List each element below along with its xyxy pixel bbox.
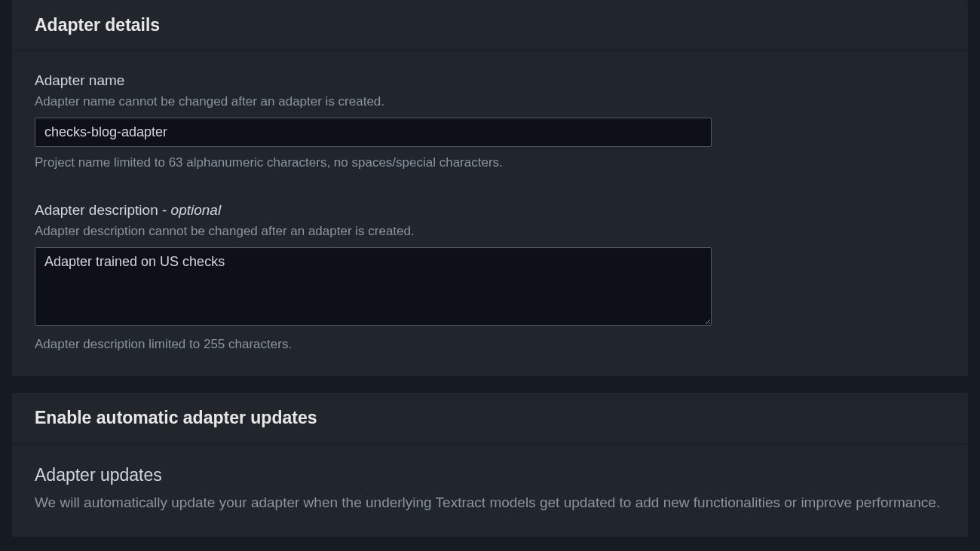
auto-updates-body: Adapter updates We will automatically up… [12,444,968,537]
adapter-updates-body-text: We will automatically update your adapte… [35,491,945,514]
adapter-description-input[interactable]: Adapter trained on US checks [35,247,712,326]
adapter-description-label: Adapter description - optional [35,202,945,219]
adapter-name-hint-bottom: Project name limited to 63 alphanumeric … [35,153,945,173]
auto-updates-header: Enable automatic adapter updates [12,393,968,444]
adapter-details-header: Adapter details [12,0,968,51]
adapter-description-hint-bottom: Adapter description limited to 255 chara… [35,335,945,354]
adapter-updates-subheading: Adapter updates [35,465,945,485]
adapter-name-hint-top: Adapter name cannot be changed after an … [35,92,945,112]
auto-updates-heading: Enable automatic adapter updates [35,408,945,428]
adapter-details-panel: Adapter details Adapter name Adapter nam… [12,0,968,376]
adapter-name-label: Adapter name [35,72,945,89]
adapter-description-optional: optional [171,202,222,218]
adapter-name-input[interactable] [35,118,712,147]
auto-updates-panel: Enable automatic adapter updates Adapter… [12,393,968,537]
adapter-description-hint-top: Adapter description cannot be changed af… [35,222,945,241]
adapter-name-field: Adapter name Adapter name cannot be chan… [35,72,945,172]
adapter-description-field: Adapter description - optional Adapter d… [35,202,945,354]
adapter-details-heading: Adapter details [35,15,945,35]
adapter-details-body: Adapter name Adapter name cannot be chan… [12,51,968,376]
adapter-description-label-text: Adapter description - [35,202,171,218]
